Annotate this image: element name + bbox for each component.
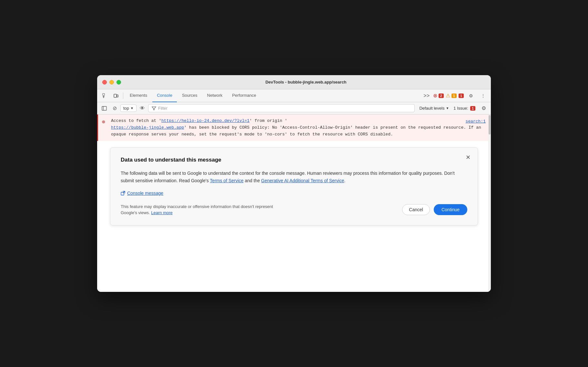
svg-rect-4 [117, 95, 118, 97]
more-options-icon[interactable]: ⋮ [478, 91, 488, 101]
issue-badge: 1 [459, 94, 464, 98]
tos-link[interactable]: Terms of Service [210, 178, 243, 183]
console-content: ⊗ search:1 Access to fetch at 'https://h… [97, 114, 491, 292]
error-text-mid: ' from origin ' [249, 118, 287, 123]
traffic-lights [102, 80, 121, 84]
svg-marker-7 [152, 107, 156, 110]
devtools-window: DevTools - bubble-jingle.web.app/search … [97, 75, 491, 292]
warning-badge: ⚠ 1 [446, 93, 457, 99]
issues-badge-count: 1 [470, 106, 475, 111]
dialog-body: The following data will be sent to Googl… [121, 170, 467, 184]
svg-rect-5 [102, 106, 106, 110]
tab-right-area: >> ⊗ 2 ⚠ 1 1 ⚙ ⋮ [422, 91, 488, 101]
more-tabs-button[interactable]: >> [422, 91, 431, 100]
error-source-link[interactable]: search:1 [466, 118, 486, 125]
tab-divider [123, 93, 123, 99]
console-toolbar: ⊘ top ▼ 👁 Filter Default levels ▼ 1 Issu… [97, 102, 491, 114]
dialog-disclaimer: This feature may display inaccurate or o… [121, 203, 282, 216]
cancel-button[interactable]: Cancel [402, 204, 430, 215]
tab-sources[interactable]: Sources [177, 89, 202, 102]
dialog-close-button[interactable]: ✕ [463, 153, 472, 162]
dialog-buttons: Cancel Continue [402, 204, 467, 215]
filter-input-area[interactable]: Filter [148, 104, 415, 112]
console-message-link[interactable]: Console message [121, 191, 467, 196]
top-context-selector[interactable]: top ▼ [120, 104, 137, 112]
svg-rect-3 [114, 94, 117, 97]
console-error-message: ⊗ search:1 Access to fetch at 'https://h… [97, 114, 491, 141]
learn-more-link[interactable]: Learn more [151, 210, 172, 215]
console-message-label[interactable]: Console message [127, 191, 163, 196]
sidebar-toggle-icon[interactable] [100, 104, 109, 113]
error-circle-icon: ⊗ [102, 118, 105, 127]
error-badge: ⊗ 2 [433, 93, 444, 99]
window-title: DevTools - bubble-jingle.web.app/search [126, 80, 486, 84]
issue-count: 1 [459, 94, 464, 98]
fetch-url-link[interactable]: https://hello-io-24.deno.dev/?lvl=1 [161, 118, 249, 123]
device-toolbar-icon[interactable] [111, 91, 121, 101]
minimize-button[interactable] [109, 80, 114, 84]
settings-icon[interactable]: ⚙ [466, 91, 476, 101]
scrollbar[interactable] [488, 114, 491, 292]
chevron-down-icon: ▼ [130, 106, 134, 110]
error-count: 2 [439, 94, 444, 98]
chevron-down-icon: ▼ [446, 106, 449, 110]
tab-elements[interactable]: Elements [125, 89, 152, 102]
continue-button[interactable]: Continue [434, 204, 467, 215]
filter-icon [152, 106, 156, 111]
maximize-button[interactable] [117, 80, 121, 84]
dialog-footer: This feature may display inaccurate or o… [121, 203, 467, 216]
error-text-prefix: Access to fetch at ' [111, 118, 161, 123]
origin-url-link[interactable]: https://bubble-jingle.web.app [111, 125, 184, 130]
clear-console-icon[interactable]: ⊘ [110, 104, 119, 113]
warning-count: 1 [451, 94, 457, 98]
close-button[interactable] [102, 80, 107, 84]
scrollbar-thumb[interactable] [489, 115, 491, 134]
tab-bar: Elements Console Sources Network Perform… [97, 89, 491, 102]
tab-network[interactable]: Network [203, 89, 227, 102]
title-bar: DevTools - bubble-jingle.web.app/search [97, 75, 491, 89]
tab-performance[interactable]: Performance [228, 89, 260, 102]
ai-tos-link[interactable]: Generative AI Additional Terms of Servic… [261, 178, 344, 183]
tab-console[interactable]: Console [152, 89, 177, 102]
console-settings-icon[interactable]: ⚙ [479, 104, 488, 113]
dialog-title: Data used to understand this message [121, 157, 467, 163]
svg-rect-0 [103, 94, 105, 95]
live-expressions-icon[interactable]: 👁 [138, 104, 147, 113]
data-dialog: ✕ Data used to understand this message T… [110, 147, 478, 225]
external-link-icon [121, 191, 125, 195]
issues-count-display: 1 Issue: 1 [453, 106, 475, 111]
inspect-element-icon[interactable] [100, 91, 110, 101]
default-levels-button[interactable]: Default levels ▼ [416, 105, 452, 112]
